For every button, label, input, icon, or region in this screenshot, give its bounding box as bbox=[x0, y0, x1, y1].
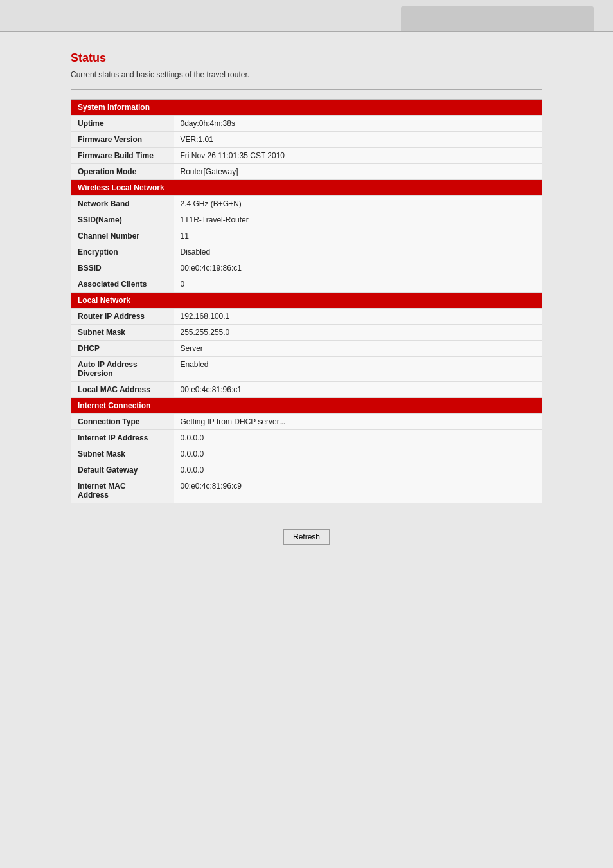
table-row: Firmware Build TimeFri Nov 26 11:01:35 C… bbox=[71, 148, 542, 164]
section-header-local-network: Local Network bbox=[71, 293, 542, 309]
row-value: VER:1.01 bbox=[174, 132, 542, 148]
table-row: Connection TypeGetting IP from DHCP serv… bbox=[71, 414, 542, 430]
row-value: Getting IP from DHCP server... bbox=[174, 414, 542, 430]
content-area: Status Current status and basic settings… bbox=[0, 32, 613, 868]
table-row: Uptime0day:0h:4m:38s bbox=[71, 116, 542, 132]
page-wrapper: Status Current status and basic settings… bbox=[0, 0, 613, 868]
section-header-wireless-local-network: Wireless Local Network bbox=[71, 180, 542, 196]
row-value: 0.0.0.0 bbox=[174, 462, 542, 478]
row-value: 11 bbox=[174, 228, 542, 244]
row-value: 00:e0:4c:81:96:c1 bbox=[174, 382, 542, 398]
row-label: SSID(Name) bbox=[71, 212, 174, 228]
row-value: 00:e0:4c:19:86:c1 bbox=[174, 260, 542, 276]
table-row: Default Gateway0.0.0.0 bbox=[71, 462, 542, 478]
row-label: Firmware Build Time bbox=[71, 148, 174, 164]
table-row: Operation ModeRouter[Gateway] bbox=[71, 164, 542, 180]
row-value: Router[Gateway] bbox=[174, 164, 542, 180]
row-label: Internet IP Address bbox=[71, 430, 174, 446]
table-row: Subnet Mask0.0.0.0 bbox=[71, 446, 542, 462]
row-value: 255.255.255.0 bbox=[174, 325, 542, 341]
row-label: Router IP Address bbox=[71, 309, 174, 325]
table-row: Router IP Address192.168.100.1 bbox=[71, 309, 542, 325]
top-bar-right bbox=[401, 6, 594, 31]
row-label: Internet MAC Address bbox=[71, 478, 174, 503]
row-label: Connection Type bbox=[71, 414, 174, 430]
table-row: Subnet Mask255.255.255.0 bbox=[71, 325, 542, 341]
row-label: Associated Clients bbox=[71, 276, 174, 293]
row-value: 00:e0:4c:81:96:c9 bbox=[174, 478, 542, 503]
row-label: Channel Number bbox=[71, 228, 174, 244]
table-row: Associated Clients0 bbox=[71, 276, 542, 293]
row-value: 0.0.0.0 bbox=[174, 446, 542, 462]
row-label: Local MAC Address bbox=[71, 382, 174, 398]
row-label: Default Gateway bbox=[71, 462, 174, 478]
row-value: Server bbox=[174, 341, 542, 357]
section-header-system-information: System Information bbox=[71, 100, 542, 116]
row-label: Network Band bbox=[71, 196, 174, 212]
row-label: Subnet Mask bbox=[71, 325, 174, 341]
table-row: Internet MAC Address00:e0:4c:81:96:c9 bbox=[71, 478, 542, 503]
table-row: Channel Number11 bbox=[71, 228, 542, 244]
page-title: Status bbox=[71, 51, 542, 65]
row-label: BSSID bbox=[71, 260, 174, 276]
row-label: Firmware Version bbox=[71, 132, 174, 148]
page-description: Current status and basic settings of the… bbox=[71, 70, 542, 79]
table-row: Internet IP Address0.0.0.0 bbox=[71, 430, 542, 446]
row-value: 0day:0h:4m:38s bbox=[174, 116, 542, 132]
table-row: BSSID00:e0:4c:19:86:c1 bbox=[71, 260, 542, 276]
table-row: Auto IP Address DiversionEnabled bbox=[71, 357, 542, 382]
table-row: Local MAC Address00:e0:4c:81:96:c1 bbox=[71, 382, 542, 398]
top-bar bbox=[0, 0, 613, 32]
row-value: 1T1R-Travel-Router bbox=[174, 212, 542, 228]
row-label: Encryption bbox=[71, 244, 174, 260]
section-header-internet-connection: Internet Connection bbox=[71, 398, 542, 414]
table-row: Firmware VersionVER:1.01 bbox=[71, 132, 542, 148]
status-table: System InformationUptime0day:0h:4m:38sFi… bbox=[71, 99, 542, 503]
row-label: Uptime bbox=[71, 116, 174, 132]
row-value: Fri Nov 26 11:01:35 CST 2010 bbox=[174, 148, 542, 164]
refresh-area: Refresh bbox=[71, 529, 542, 545]
table-row: EncryptionDisabled bbox=[71, 244, 542, 260]
refresh-button[interactable]: Refresh bbox=[283, 529, 330, 545]
row-label: DHCP bbox=[71, 341, 174, 357]
row-label: Auto IP Address Diversion bbox=[71, 357, 174, 382]
divider bbox=[71, 89, 542, 90]
table-row: SSID(Name)1T1R-Travel-Router bbox=[71, 212, 542, 228]
row-value: 2.4 GHz (B+G+N) bbox=[174, 196, 542, 212]
row-label: Subnet Mask bbox=[71, 446, 174, 462]
row-value: 0 bbox=[174, 276, 542, 293]
row-value: Disabled bbox=[174, 244, 542, 260]
table-row: DHCPServer bbox=[71, 341, 542, 357]
table-row: Network Band2.4 GHz (B+G+N) bbox=[71, 196, 542, 212]
row-value: 192.168.100.1 bbox=[174, 309, 542, 325]
row-value: 0.0.0.0 bbox=[174, 430, 542, 446]
row-value: Enabled bbox=[174, 357, 542, 382]
row-label: Operation Mode bbox=[71, 164, 174, 180]
